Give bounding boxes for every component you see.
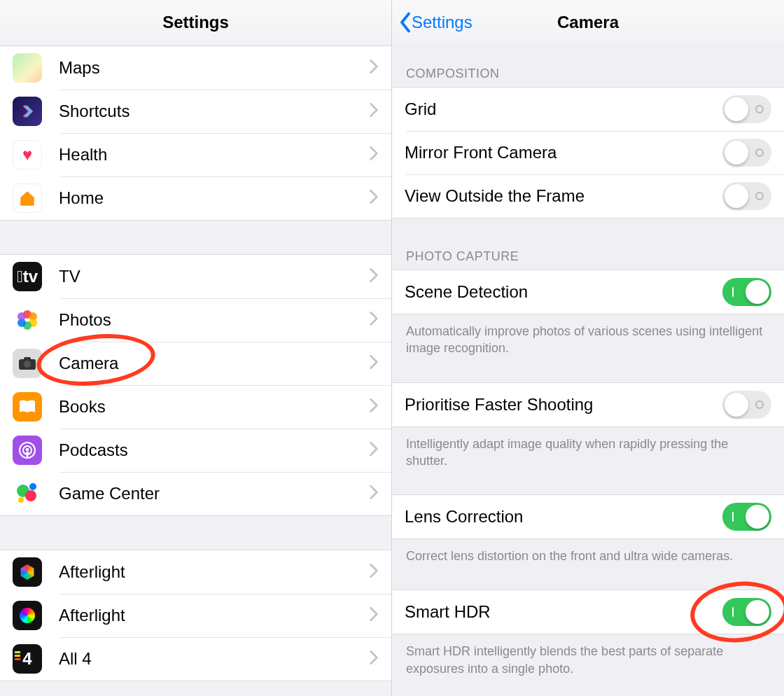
maps-icon (13, 53, 42, 83)
chevron-right-icon (369, 563, 379, 581)
settings-row-all4[interactable]: 4 All 4 (0, 637, 391, 681)
books-icon (13, 392, 42, 422)
photos-icon (13, 305, 42, 335)
smart-hdr-group: Smart HDR (392, 590, 784, 634)
settings-row-afterlight2[interactable]: Afterlight (0, 594, 391, 637)
row-scene-detection[interactable]: Scene Detection (392, 270, 784, 314)
back-label: Settings (412, 13, 472, 32)
camera-navbar: Settings Camera (392, 0, 784, 46)
row-label: Smart HDR (405, 602, 722, 622)
settings-row-gamecenter[interactable]: Game Center (0, 472, 391, 515)
podcasts-icon (13, 436, 42, 465)
faster-shooting-group: Prioritise Faster Shooting (392, 382, 784, 427)
settings-row-maps[interactable]: Maps (0, 46, 391, 90)
row-label: All 4 (59, 649, 369, 669)
footer-smart-hdr: Smart HDR intelligently blends the best … (392, 634, 784, 690)
toggle-smart-hdr[interactable] (722, 598, 771, 626)
health-icon: ♥ (13, 140, 42, 169)
chevron-right-icon (369, 59, 379, 77)
chevron-right-icon (369, 189, 379, 207)
row-label: Photos (59, 310, 369, 330)
row-label: Health (59, 145, 369, 165)
scene-detection-group: Scene Detection (392, 270, 784, 314)
row-lens-correction[interactable]: Lens Correction (392, 495, 784, 538)
footer-faster-shooting: Intelligently adapt image quality when r… (392, 427, 784, 482)
toggle-scene-detection[interactable] (722, 278, 771, 306)
footer-scene-detection: Automatically improve photos of various … (392, 314, 784, 370)
camera-icon (13, 349, 42, 378)
row-label: Podcasts (59, 440, 369, 460)
svg-point-2 (24, 361, 31, 368)
gamecenter-icon (13, 479, 42, 508)
camera-title: Camera (557, 13, 619, 32)
row-label: Mirror Front Camera (405, 143, 722, 162)
tv-icon: tv (13, 262, 42, 291)
all4-icon: 4 (13, 644, 42, 674)
row-label: Afterlight (59, 606, 369, 625)
row-mirror-front-camera[interactable]: Mirror Front Camera (392, 131, 784, 174)
chevron-right-icon (369, 441, 379, 459)
toggle-view-outside-frame[interactable] (722, 182, 771, 210)
row-label: View Outside the Frame (405, 186, 722, 206)
settings-list-pane: Settings Maps Shortcuts ♥ Health Home t… (0, 0, 392, 696)
settings-row-books[interactable]: Books (0, 385, 391, 429)
settings-row-photos[interactable]: Photos (0, 298, 391, 342)
settings-title: Settings (162, 13, 229, 32)
chevron-right-icon (369, 354, 379, 373)
toggle-lens-correction[interactable] (722, 503, 771, 531)
toggle-grid[interactable] (722, 95, 771, 123)
row-label: Grid (405, 99, 722, 119)
group-separator (0, 221, 391, 254)
row-label: Scene Detection (405, 282, 722, 302)
chevron-right-icon (369, 650, 379, 668)
row-view-outside-frame[interactable]: View Outside the Frame (392, 174, 784, 218)
composition-group: Grid Mirror Front Camera View Outside th… (392, 87, 784, 218)
settings-group-3: Afterlight Afterlight 4 All 4 (0, 550, 391, 681)
row-label: Books (59, 397, 369, 417)
toggle-prioritise-faster-shooting[interactable] (722, 391, 771, 419)
row-label: Camera (59, 354, 369, 373)
home-icon (13, 183, 42, 213)
row-label: Shortcuts (59, 102, 369, 121)
chevron-left-icon (399, 12, 412, 33)
back-button[interactable]: Settings (399, 0, 472, 45)
row-label: Maps (59, 58, 369, 78)
shortcuts-icon (13, 97, 42, 126)
row-label: Lens Correction (405, 507, 722, 527)
section-header-photo-capture: PHOTO CAPTURE (392, 218, 784, 270)
row-prioritise-faster-shooting[interactable]: Prioritise Faster Shooting (392, 383, 784, 426)
settings-group-1: Maps Shortcuts ♥ Health Home (0, 46, 391, 221)
settings-row-podcasts[interactable]: Podcasts (0, 429, 391, 472)
afterlight-icon (13, 557, 42, 587)
settings-row-afterlight[interactable]: Afterlight (0, 550, 391, 594)
chevron-right-icon (369, 606, 379, 625)
chevron-right-icon (369, 146, 379, 164)
settings-group-2: tv TV Photos Camera Books Podcasts Game… (0, 254, 391, 516)
chevron-right-icon (369, 311, 379, 329)
chevron-right-icon (369, 102, 379, 120)
row-smart-hdr[interactable]: Smart HDR (392, 590, 784, 634)
settings-row-camera[interactable]: Camera (0, 342, 391, 385)
settings-row-health[interactable]: ♥ Health (0, 133, 391, 176)
svg-rect-1 (24, 357, 31, 361)
settings-row-home[interactable]: Home (0, 176, 391, 220)
camera-settings-pane: Settings Camera COMPOSITION Grid Mirror … (392, 0, 784, 696)
section-header-composition: COMPOSITION (392, 46, 784, 87)
settings-navbar: Settings (0, 0, 391, 46)
chevron-right-icon (369, 398, 379, 416)
toggle-mirror-front-camera[interactable] (722, 139, 771, 167)
row-label: Game Center (59, 484, 369, 503)
row-grid[interactable]: Grid (392, 88, 784, 131)
group-separator (0, 516, 391, 550)
row-label: Prioritise Faster Shooting (405, 395, 722, 415)
row-label: Afterlight (59, 562, 369, 582)
settings-row-tv[interactable]: tv TV (0, 255, 391, 298)
footer-lens-correction: Correct lens distortion on the front and… (392, 539, 784, 577)
row-label: Home (59, 188, 369, 208)
afterlight2-icon (13, 601, 42, 630)
chevron-right-icon (369, 267, 379, 286)
svg-point-5 (26, 448, 29, 452)
chevron-right-icon (369, 485, 379, 503)
settings-row-shortcuts[interactable]: Shortcuts (0, 90, 391, 133)
row-label: TV (59, 267, 369, 286)
